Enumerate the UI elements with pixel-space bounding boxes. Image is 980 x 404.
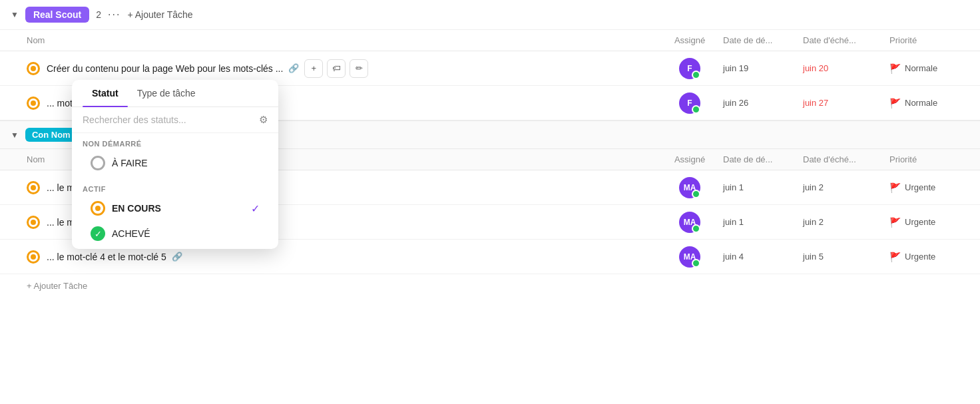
task-assigned-cell: MA xyxy=(656,177,723,198)
priority-label: Urgente xyxy=(905,217,935,227)
avatar: F xyxy=(679,58,700,79)
status-dropdown: Statut Type de tâche ⚙ NON DÉMARRÉ À FAI… xyxy=(72,80,278,249)
task-priority-cell: 🚩 Normale xyxy=(889,98,969,108)
priority-label: Urgente xyxy=(905,252,935,262)
task-link-icon[interactable]: 🔗 xyxy=(172,252,182,262)
col-end-header: Date d'éché... xyxy=(803,35,889,45)
list-item[interactable]: ✓ ACHEVÉ xyxy=(83,221,268,246)
page: ▼ Real Scout 2 ··· + Ajouter Tâche Nom A… xyxy=(0,0,980,404)
inprogress-status-icon xyxy=(91,201,105,216)
task-count: 2 xyxy=(96,9,101,20)
priority-label: Urgente xyxy=(905,182,935,192)
todo-status-icon xyxy=(91,156,105,170)
section-non-demarre-label: NON DÉMARRÉ xyxy=(83,140,268,148)
section-col-end-header: Date d'éché... xyxy=(803,154,889,164)
task-priority-cell: 🚩 Urgente xyxy=(889,182,969,193)
task-name-cell: ... le mot-clé 4 et le mot-clé 5 🔗 xyxy=(47,252,656,262)
add-task-button[interactable]: + Ajouter Tâche xyxy=(127,9,192,20)
priority-label: Normale xyxy=(905,98,937,108)
task-title: ... le mot-clé 4 et le mot-clé 5 xyxy=(47,252,166,262)
tab-statut[interactable]: Statut xyxy=(83,80,128,106)
dropdown-tabs: Statut Type de tâche xyxy=(72,80,278,107)
avatar: F xyxy=(679,93,700,114)
status-dot xyxy=(31,220,36,225)
add-task-bottom[interactable]: + Ajouter Tâche xyxy=(0,274,980,298)
col-start-header: Date de dé... xyxy=(723,35,803,45)
priority-label: Normale xyxy=(905,63,937,73)
task-assigned-cell: MA xyxy=(656,212,723,233)
task-title: Créer du contenu pour la page Web pour l… xyxy=(47,63,283,74)
done-label: ACHEVÉ xyxy=(112,228,260,239)
tab-type-de-tache[interactable]: Type de tâche xyxy=(128,80,205,106)
task-priority-cell: 🚩 Normale xyxy=(889,63,969,74)
col-name-header: Nom xyxy=(27,35,656,45)
task-start-cell: juin 4 xyxy=(723,252,803,262)
more-options-button[interactable]: ··· xyxy=(108,9,121,21)
section-col-start-header: Date de dé... xyxy=(723,154,803,164)
inprogress-dot xyxy=(95,206,101,211)
tag-action-button[interactable]: 🏷 xyxy=(327,59,346,78)
status-in-progress-icon[interactable] xyxy=(27,62,40,75)
task-start-cell: juin 19 xyxy=(723,63,803,73)
avatar: MA xyxy=(679,246,700,268)
task-assigned-cell: MA xyxy=(656,246,723,268)
status-dot xyxy=(31,254,36,260)
task-end-cell: juin 2 xyxy=(803,217,889,227)
status-in-progress-icon[interactable] xyxy=(27,181,40,194)
priority-flag-icon: 🚩 xyxy=(889,98,901,108)
inprogress-label: EN COURS xyxy=(112,203,244,214)
status-search-input[interactable] xyxy=(83,114,254,125)
status-in-progress-icon[interactable] xyxy=(27,250,40,264)
list-item[interactable]: À FAIRE xyxy=(83,150,268,176)
collapse-chevron[interactable]: ▼ xyxy=(11,10,19,19)
gear-icon[interactable]: ⚙ xyxy=(259,114,268,126)
status-in-progress-icon[interactable] xyxy=(27,216,40,229)
task-assigned-cell: F xyxy=(656,93,723,114)
section-badge[interactable]: Con Nom xyxy=(25,128,77,142)
done-status-icon: ✓ xyxy=(91,226,105,241)
add-action-button[interactable]: + xyxy=(304,59,323,78)
priority-flag-icon: 🚩 xyxy=(889,182,901,193)
dropdown-section-actif: ACTIF EN COURS ✓ ✓ ACHEVÉ xyxy=(72,178,278,249)
task-name-cell: Créer du contenu pour la page Web pour l… xyxy=(47,59,656,78)
check-icon: ✓ xyxy=(251,202,260,215)
task-assigned-cell: F xyxy=(656,58,723,79)
dropdown-section-non-demarre: NON DÉMARRÉ À FAIRE xyxy=(72,133,278,178)
section-col-assigned-header: Assigné xyxy=(656,154,723,164)
task-start-cell: juin 26 xyxy=(723,98,803,108)
task-end-cell: juin 2 xyxy=(803,182,889,192)
section-col-priority-header: Priorité xyxy=(889,154,969,164)
status-dot xyxy=(31,66,36,71)
task-start-cell: juin 1 xyxy=(723,182,803,192)
edit-action-button[interactable]: ✏ xyxy=(350,59,368,78)
section-actif-label: ACTIF xyxy=(83,185,268,193)
status-dot xyxy=(31,101,36,106)
status-in-progress-icon[interactable] xyxy=(27,97,40,110)
todo-label: À FAIRE xyxy=(112,158,260,168)
header-row: ▼ Real Scout 2 ··· + Ajouter Tâche xyxy=(0,0,980,30)
col-assigned-header: Assigné xyxy=(656,35,723,45)
col-priority-header: Priorité xyxy=(889,35,969,45)
task-end-cell: juin 27 xyxy=(803,98,889,108)
task-priority-cell: 🚩 Urgente xyxy=(889,217,969,228)
section-collapse-chevron[interactable]: ▼ xyxy=(11,130,19,140)
priority-flag-icon: 🚩 xyxy=(889,63,901,74)
list-item[interactable]: EN COURS ✓ xyxy=(83,196,268,221)
task-priority-cell: 🚩 Urgente xyxy=(889,252,969,262)
priority-flag-icon: 🚩 xyxy=(889,217,901,228)
avatar: MA xyxy=(679,212,700,233)
real-scout-badge[interactable]: Real Scout xyxy=(25,7,89,23)
priority-flag-icon: 🚩 xyxy=(889,252,901,262)
table-header: Nom Assigné Date de dé... Date d'éché...… xyxy=(0,30,980,51)
dropdown-search-row: ⚙ xyxy=(72,107,278,133)
task-start-cell: juin 1 xyxy=(723,217,803,227)
avatar: MA xyxy=(679,177,700,198)
task-actions: + 🏷 ✏ xyxy=(304,59,368,78)
status-dot xyxy=(31,185,36,190)
task-link-icon[interactable]: 🔗 xyxy=(288,63,299,73)
task-end-cell: juin 5 xyxy=(803,252,889,262)
task-end-cell: juin 20 xyxy=(803,63,889,73)
